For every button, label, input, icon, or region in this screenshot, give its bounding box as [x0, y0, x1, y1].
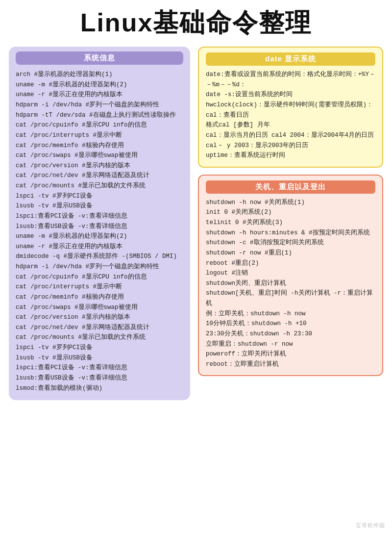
- shutdown-line: shutdown关闭、重启计算机: [206, 279, 375, 289]
- shutdown-box: 关机、重启以及登出 shutdown -h now #关闭系统(1)init 0…: [198, 175, 383, 377]
- shutdown-line: reboot：立即重启计算机: [206, 359, 375, 370]
- sys-info-line: cat /proc/cpuinfo #显示CPU info的信息: [16, 120, 183, 130]
- sys-info-line: lspci -tv #罗列PCI设备: [16, 343, 183, 353]
- main-title: Linux基础命令整理: [5, 9, 387, 37]
- shutdown-line: shutdown -r now #重启(1): [206, 248, 375, 258]
- date-header: date 显示系统: [206, 52, 375, 66]
- date-line: cal：显示当月的日历 cal4 2004：显示2004年4月的日历: [206, 130, 375, 141]
- sys-info-line: cat /proc/mounts #显示已加载的文件系统: [16, 181, 183, 191]
- shutdown-line: poweroff：立即关闭计算机: [206, 349, 375, 359]
- shutdown-line: 23:30分关机：shutdown -h 23:30: [206, 329, 375, 339]
- shutdown-line: 10分钟后关机：shutdown -h +10: [206, 319, 375, 329]
- sys-info-box: 系统信息 arch #显示机器的处理器架构(1)uname -m #显示机器的处…: [9, 47, 190, 400]
- shutdown-line: shutdown -h now #关闭系统(1): [206, 198, 375, 208]
- page-wrapper: Linux基础命令整理 系统信息 arch #显示机器的处理器架构(1)unam…: [0, 0, 392, 533]
- watermark: 宝哥软件园: [356, 522, 385, 529]
- date-line: cal－ y 2003：显示2003年的日历: [206, 141, 375, 151]
- sys-info-line: lspci:查看PCI设备 -v:查看详细信息: [16, 363, 183, 373]
- sys-info-line: uname -m #显示机器的处理器架构(2): [16, 231, 183, 242]
- sys-info-header: 系统信息: [16, 51, 183, 65]
- sys-info-line: cat /proc/meminfo #核验内存使用: [16, 141, 183, 151]
- shutdown-line: shutdown -h hours:minutes & #按预定时间关闭系统: [206, 228, 375, 238]
- sys-info-line: arch #显示机器的处理器架构(1): [16, 70, 183, 80]
- shutdown-line: 立即重启：shutdown -r now: [206, 339, 375, 350]
- date-line: hwclock(clock)：显示硬件时钟时间(需要管理员权限)：: [206, 100, 375, 110]
- sys-info-line: cat /proc/mounts #显示已加载的文件系统: [16, 332, 183, 343]
- sys-info-content: arch #显示机器的处理器架构(1)uname -m #显示机器的处理器架构(…: [16, 70, 183, 393]
- sys-info-line: lsusb:查看USB设备 -v:查看详细信息: [16, 222, 183, 232]
- sys-info-line: cat /proc/net/dev #显示网络适配器及统计: [16, 323, 183, 333]
- sys-info-line: uname -r #显示正在使用的内核版本: [16, 90, 183, 100]
- shutdown-header: 关机、重启以及登出: [206, 180, 375, 194]
- title-area: Linux基础命令整理: [0, 0, 392, 42]
- shutdown-content: shutdown -h now #关闭系统(1)init 0 #关闭系统(2)t…: [206, 198, 375, 370]
- date-line: cal：查看日历: [206, 110, 375, 121]
- date-line: date -s:设置当前系统的时间: [206, 90, 375, 100]
- right-column: date 显示系统 date:查看或设置当前系统的时间：格式化显示时间：+%Y－…: [198, 47, 383, 376]
- sys-info-line: lspci -tv #罗列PCI设备: [16, 191, 183, 202]
- sys-info-line: lsusb -tv #显示USB设备: [16, 353, 183, 363]
- shutdown-line: init 0 #关闭系统(2): [206, 207, 375, 218]
- shutdown-line: reboot #重启(2): [206, 258, 375, 269]
- date-line: 格式cal [参数] 月年: [206, 120, 375, 130]
- sys-info-line: lsusb -tv #显示USB设备: [16, 201, 183, 211]
- date-content: date:查看或设置当前系统的时间：格式化显示时间：+%Y－－%m－－%d：da…: [206, 70, 375, 161]
- sys-info-line: cat /proc/interrupts #显示中断: [16, 282, 183, 292]
- sys-info-line: cat /proc/swaps #显示哪些swap被使用: [16, 303, 183, 313]
- shutdown-line: shutdown -c #取消按预定时间关闭系统: [206, 238, 375, 248]
- sys-info-line: lspci:查看PCI设备 -v:查看详细信息: [16, 211, 183, 222]
- shutdown-line: 例：立即关机：shutdown -h now: [206, 309, 375, 319]
- date-line: uptime：查看系统运行时间: [206, 151, 375, 161]
- sys-info-line: cat /proc/version #显示内核的版本: [16, 161, 183, 171]
- date-line: date:查看或设置当前系统的时间：格式化显示时间：+%Y－－%m－－%d：: [206, 70, 375, 90]
- sys-info-line: uname -m #显示机器的处理器架构(2): [16, 80, 183, 90]
- date-box: date 显示系统 date:查看或设置当前系统的时间：格式化显示时间：+%Y－…: [198, 47, 383, 168]
- sys-info-line: cat /proc/meminfo #核验内存使用: [16, 292, 183, 303]
- sys-info-line: uname -r #显示正在使用的内核版本: [16, 242, 183, 252]
- sys-info-line: hdparm -i /dev/hda #罗列一个磁盘的架构特性: [16, 100, 183, 110]
- sys-info-line: dmidecode -q #显示硬件系统部件 -(SMBIOS / DMI): [16, 252, 183, 262]
- shutdown-line: shutdown[关机、重启]时间 -h关闭计算机 -r：重启计算机: [206, 288, 375, 308]
- shutdown-line: telinit 0 #关闭系统(3): [206, 218, 375, 228]
- shutdown-line: logout #注销: [206, 268, 375, 279]
- content-area: 系统信息 arch #显示机器的处理器架构(1)uname -m #显示机器的处…: [0, 42, 392, 405]
- sys-info-line: cat /proc/net/dev #显示网络适配器及统计: [16, 171, 183, 181]
- sys-info-line: hdparm -tT /dev/sda #在磁盘上执行测试性读取操作: [16, 110, 183, 121]
- sys-info-line: hdparm -i /dev/hda #罗列一个磁盘的架构特性: [16, 262, 183, 272]
- sys-info-line: lsmod:查看加载的模块(驱动): [16, 383, 183, 394]
- sys-info-line: cat /proc/swaps #显示哪些swap被使用: [16, 151, 183, 161]
- left-column: 系统信息 arch #显示机器的处理器架构(1)uname -m #显示机器的处…: [9, 47, 190, 400]
- sys-info-line: cat /proc/version #显示内核的版本: [16, 312, 183, 323]
- sys-info-line: cat /proc/cpuinfo #显示CPU info的信息: [16, 272, 183, 282]
- sys-info-line: lsusb:查看USB设备 -v:查看详细信息: [16, 373, 183, 383]
- sys-info-line: cat /proc/interrupts #显示中断: [16, 130, 183, 141]
